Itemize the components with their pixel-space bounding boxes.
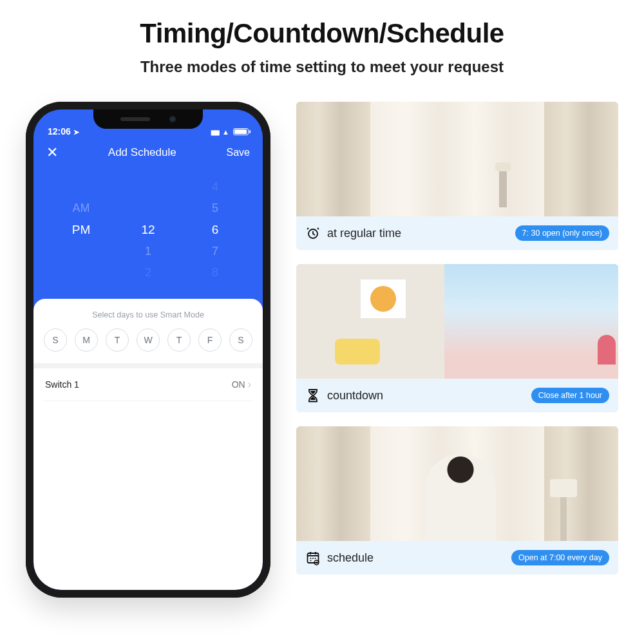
- mode-cards: at regular time 7: 30 open (only once): [296, 102, 618, 598]
- mode-label: countdown: [327, 389, 383, 402]
- mode-badge: Open at 7:00 every day: [511, 550, 609, 565]
- picker-hour[interactable]: 12 1 2: [130, 180, 166, 279]
- phone-screen: 12:06 ➤ ✕ Add Schedule Save AM PM: [33, 109, 263, 590]
- phone-notch: [93, 109, 203, 129]
- card-image: [296, 426, 618, 541]
- mode-label: schedule: [327, 551, 374, 565]
- mode-card-schedule: schedule Open at 7:00 every day: [296, 426, 618, 574]
- calendar-icon: [305, 550, 321, 565]
- day-chip[interactable]: W: [137, 328, 160, 352]
- card-image: [296, 264, 618, 379]
- time-picker[interactable]: AM PM 12 1 2 4 5 6 7 8: [33, 167, 263, 299]
- battery-icon: [233, 128, 249, 135]
- page-headline: Timing/Countdown/Schedule: [0, 18, 644, 49]
- mode-label: at regular time: [327, 227, 401, 240]
- days-row: S M T W T F S: [33, 328, 263, 368]
- close-button[interactable]: ✕: [46, 146, 58, 160]
- schedule-sheet: Select days to use Smart Mode S M T W T …: [33, 299, 263, 590]
- phone-mockup: 12:06 ➤ ✕ Add Schedule Save AM PM: [26, 102, 270, 598]
- day-chip[interactable]: S: [229, 328, 252, 352]
- mode-badge: 7: 30 open (only once): [515, 225, 609, 241]
- wifi-icon: [222, 127, 229, 137]
- day-chip[interactable]: T: [106, 328, 129, 352]
- picker-minute[interactable]: 4 5 6 7 8: [197, 180, 233, 279]
- status-time: 12:06 ➤: [48, 126, 79, 137]
- svg-point-5: [310, 560, 312, 562]
- switch-name: Switch 1: [45, 379, 79, 390]
- signal-icon: [211, 127, 218, 137]
- day-chip[interactable]: F: [198, 328, 222, 352]
- day-chip[interactable]: S: [44, 328, 67, 352]
- mode-badge: Close after 1 hour: [531, 388, 609, 403]
- day-chip[interactable]: M: [75, 328, 98, 352]
- chevron-right-icon: ›: [248, 379, 251, 390]
- switch-value: ON: [232, 379, 245, 390]
- navbar: ✕ Add Schedule Save: [33, 138, 263, 167]
- card-image: [296, 102, 618, 216]
- navbar-title: Add Schedule: [108, 146, 176, 159]
- mode-card-countdown: countdown Close after 1 hour: [296, 264, 618, 412]
- sheet-hint: Select days to use Smart Mode: [44, 310, 252, 319]
- page-subhead: Three modes of time setting to meet your…: [0, 58, 644, 76]
- day-chip[interactable]: T: [167, 328, 191, 352]
- save-button[interactable]: Save: [227, 147, 250, 158]
- mode-card-timing: at regular time 7: 30 open (only once): [296, 102, 618, 250]
- svg-point-2: [310, 558, 312, 559]
- hourglass-icon: [305, 388, 321, 403]
- switch-row[interactable]: Switch 1 ON ›: [44, 368, 252, 401]
- svg-point-4: [315, 558, 316, 559]
- clock-alarm-icon: [305, 225, 321, 241]
- svg-point-3: [312, 558, 314, 559]
- picker-ampm[interactable]: AM PM: [63, 180, 99, 279]
